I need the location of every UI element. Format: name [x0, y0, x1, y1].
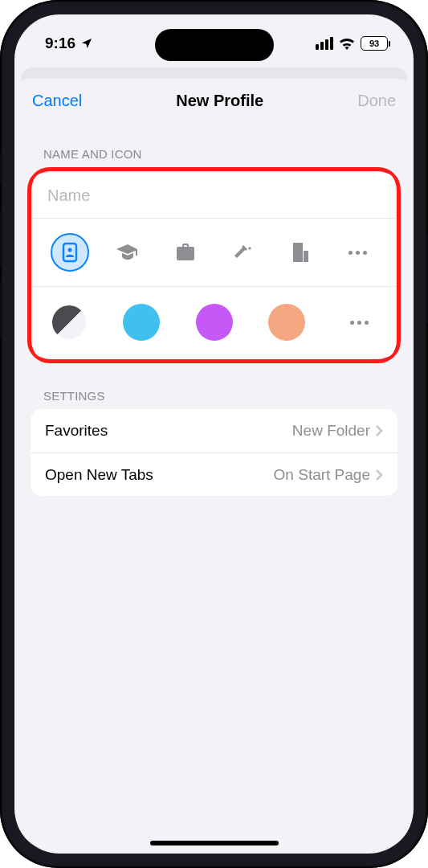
color-option-more[interactable]: [340, 303, 377, 342]
section-label-settings: SETTINGS: [18, 363, 410, 409]
more-icon: [350, 321, 369, 325]
open-new-tabs-value: On Start Page: [274, 466, 370, 484]
building-icon: [291, 243, 309, 262]
cancel-button[interactable]: Cancel: [32, 92, 82, 110]
modal-title: New Profile: [176, 92, 263, 110]
phone-frame: 9:16 93 Cancel New Profile Done NAME AND…: [0, 0, 428, 868]
icon-option-more[interactable]: [339, 233, 377, 272]
more-icon: [349, 251, 367, 255]
color-option-orange[interactable]: [268, 304, 305, 341]
svg-rect-0: [63, 244, 76, 261]
hammer-icon: [233, 243, 252, 262]
color-option-blue[interactable]: [123, 304, 160, 341]
color-option-purple[interactable]: [196, 304, 233, 341]
location-icon: [80, 37, 93, 50]
chevron-right-icon: [375, 424, 383, 437]
icon-option-building[interactable]: [281, 233, 320, 272]
icon-option-hammer[interactable]: [223, 233, 262, 272]
wifi-icon: [339, 38, 355, 50]
home-indicator[interactable]: [150, 841, 279, 845]
profile-name-input[interactable]: [47, 186, 381, 205]
open-new-tabs-row[interactable]: Open New Tabs On Start Page: [31, 452, 397, 496]
side-button: [0, 153, 2, 185]
section-label-name-icon: NAME AND ICON: [18, 121, 410, 167]
cellular-icon: [316, 37, 333, 50]
annotation-highlight: [27, 167, 401, 363]
status-time: 9:16: [45, 35, 75, 52]
dynamic-island: [155, 29, 274, 61]
icon-option-briefcase[interactable]: [166, 233, 205, 272]
favorites-row[interactable]: Favorites New Folder: [31, 409, 397, 452]
id-badge-icon: [62, 242, 78, 263]
side-button: [0, 281, 2, 339]
icon-option-id-badge[interactable]: [51, 233, 89, 272]
color-option-default[interactable]: [51, 304, 88, 341]
graduation-cap-icon: [116, 244, 139, 260]
svg-point-1: [68, 248, 72, 252]
favorites-label: Favorites: [45, 422, 108, 440]
icon-option-graduation[interactable]: [108, 233, 147, 272]
battery-icon: 93: [361, 36, 388, 51]
briefcase-icon: [176, 244, 195, 261]
done-button[interactable]: Done: [357, 92, 396, 110]
open-new-tabs-label: Open New Tabs: [45, 466, 153, 484]
modal-sheet: Cancel New Profile Done NAME AND ICON: [18, 79, 410, 844]
side-button: [0, 211, 2, 268]
chevron-right-icon: [375, 469, 383, 481]
favorites-value: New Folder: [292, 422, 370, 440]
